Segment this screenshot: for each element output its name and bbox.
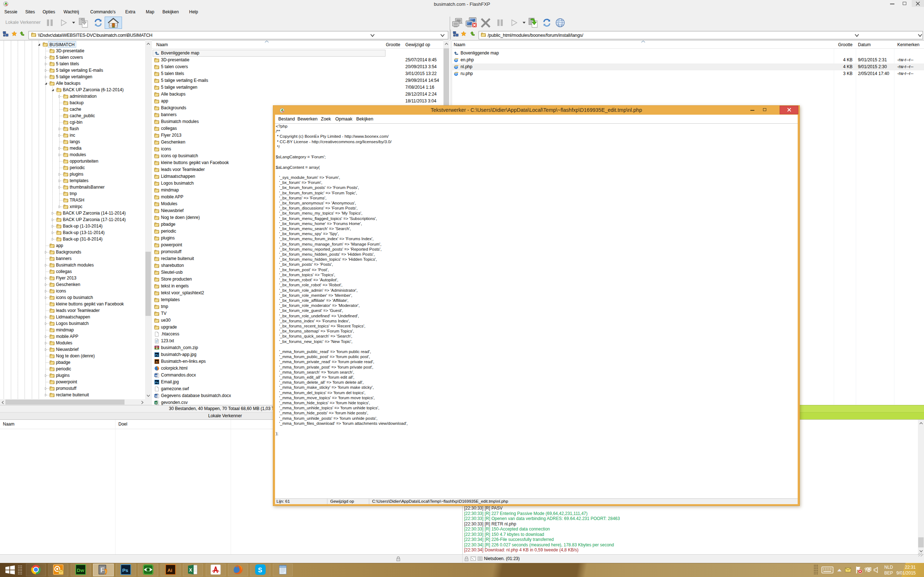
- svg-text:Ps: Ps: [122, 567, 129, 573]
- svg-text:Ai: Ai: [168, 567, 173, 573]
- svg-text:Dw: Dw: [77, 567, 84, 573]
- svg-text:F: F: [100, 566, 104, 574]
- svg-text:S: S: [258, 567, 262, 574]
- svg-text:X: X: [189, 567, 192, 573]
